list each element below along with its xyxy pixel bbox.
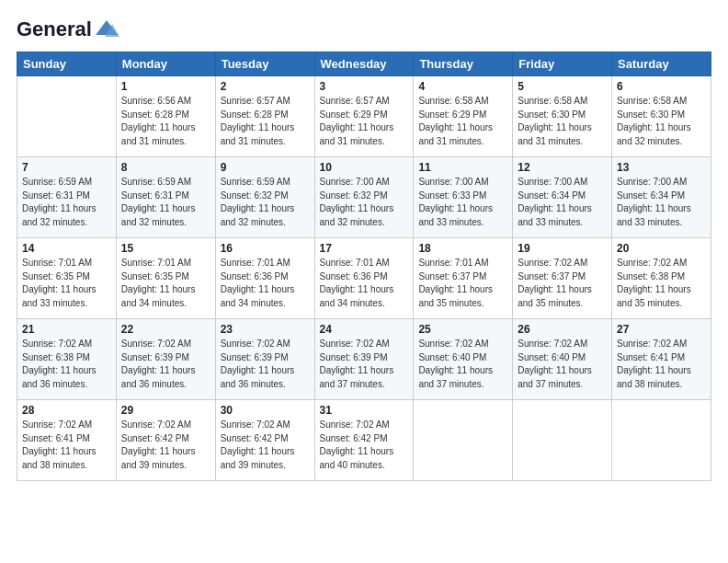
cell-info: Sunrise: 6:59 AMSunset: 6:31 PMDaylight:…: [121, 176, 210, 229]
day-number: 11: [418, 161, 507, 174]
cell-info: Sunrise: 6:57 AMSunset: 6:28 PMDaylight:…: [221, 95, 310, 148]
calendar-cell: 30Sunrise: 7:02 AMSunset: 6:42 PMDayligh…: [215, 400, 314, 481]
weekday-header-friday: Friday: [513, 52, 612, 76]
cell-info: Sunrise: 7:02 AMSunset: 6:39 PMDaylight:…: [121, 338, 210, 391]
cell-info: Sunrise: 7:01 AMSunset: 6:36 PMDaylight:…: [221, 257, 310, 310]
day-number: 24: [320, 323, 409, 336]
calendar-cell: [612, 400, 711, 481]
calendar-cell: 8Sunrise: 6:59 AMSunset: 6:31 PMDaylight…: [116, 157, 215, 238]
day-number: 6: [617, 80, 706, 93]
day-number: 3: [320, 80, 409, 93]
calendar-cell: 23Sunrise: 7:02 AMSunset: 6:39 PMDayligh…: [215, 319, 314, 400]
cell-info: Sunrise: 7:02 AMSunset: 6:40 PMDaylight:…: [418, 338, 507, 391]
cell-info: Sunrise: 7:02 AMSunset: 6:39 PMDaylight:…: [221, 338, 310, 391]
cell-info: Sunrise: 7:02 AMSunset: 6:41 PMDaylight:…: [22, 419, 111, 472]
calendar-cell: 15Sunrise: 7:01 AMSunset: 6:35 PMDayligh…: [116, 238, 215, 319]
calendar-cell: 21Sunrise: 7:02 AMSunset: 6:38 PMDayligh…: [17, 319, 117, 400]
cell-info: Sunrise: 7:02 AMSunset: 6:42 PMDaylight:…: [221, 419, 310, 472]
logo: General: [17, 17, 119, 42]
calendar-cell: 2Sunrise: 6:57 AMSunset: 6:28 PMDaylight…: [215, 76, 314, 157]
calendar-week-1: 1Sunrise: 6:56 AMSunset: 6:28 PMDaylight…: [17, 76, 711, 157]
day-number: 20: [617, 242, 706, 255]
calendar-cell: 18Sunrise: 7:01 AMSunset: 6:37 PMDayligh…: [414, 238, 513, 319]
day-number: 29: [121, 404, 210, 417]
calendar-cell: 28Sunrise: 7:02 AMSunset: 6:41 PMDayligh…: [17, 400, 117, 481]
day-number: 2: [221, 80, 310, 93]
cell-info: Sunrise: 7:01 AMSunset: 6:35 PMDaylight:…: [121, 257, 210, 310]
cell-info: Sunrise: 7:01 AMSunset: 6:37 PMDaylight:…: [418, 257, 507, 310]
cell-info: Sunrise: 7:02 AMSunset: 6:37 PMDaylight:…: [518, 257, 607, 310]
weekday-header-wednesday: Wednesday: [314, 52, 414, 76]
cell-info: Sunrise: 6:59 AMSunset: 6:32 PMDaylight:…: [221, 176, 310, 229]
day-number: 14: [22, 242, 111, 255]
calendar-cell: 11Sunrise: 7:00 AMSunset: 6:33 PMDayligh…: [414, 157, 513, 238]
page: General SundayMondayTuesdayWednesdayThur…: [0, 0, 728, 563]
weekday-header-monday: Monday: [116, 52, 215, 76]
calendar-cell: 17Sunrise: 7:01 AMSunset: 6:36 PMDayligh…: [314, 238, 414, 319]
day-number: 8: [121, 161, 210, 174]
weekday-header-tuesday: Tuesday: [215, 52, 314, 76]
calendar-cell: 5Sunrise: 6:58 AMSunset: 6:30 PMDaylight…: [513, 76, 612, 157]
logo-icon: [94, 17, 119, 42]
calendar-cell: 20Sunrise: 7:02 AMSunset: 6:38 PMDayligh…: [612, 238, 711, 319]
calendar-cell: 6Sunrise: 6:58 AMSunset: 6:30 PMDaylight…: [612, 76, 711, 157]
calendar-cell: 9Sunrise: 6:59 AMSunset: 6:32 PMDaylight…: [215, 157, 314, 238]
day-number: 7: [22, 161, 111, 174]
day-number: 10: [320, 161, 409, 174]
calendar-cell: 25Sunrise: 7:02 AMSunset: 6:40 PMDayligh…: [414, 319, 513, 400]
cell-info: Sunrise: 6:58 AMSunset: 6:30 PMDaylight:…: [518, 95, 607, 148]
cell-info: Sunrise: 7:01 AMSunset: 6:35 PMDaylight:…: [22, 257, 111, 310]
cell-info: Sunrise: 7:01 AMSunset: 6:36 PMDaylight:…: [320, 257, 409, 310]
calendar-cell: 29Sunrise: 7:02 AMSunset: 6:42 PMDayligh…: [116, 400, 215, 481]
day-number: 31: [320, 404, 409, 417]
day-number: 28: [22, 404, 111, 417]
calendar-week-4: 21Sunrise: 7:02 AMSunset: 6:38 PMDayligh…: [17, 319, 711, 400]
day-number: 30: [221, 404, 310, 417]
cell-info: Sunrise: 6:58 AMSunset: 6:30 PMDaylight:…: [617, 95, 706, 148]
calendar-week-2: 7Sunrise: 6:59 AMSunset: 6:31 PMDaylight…: [17, 157, 711, 238]
calendar-cell: 24Sunrise: 7:02 AMSunset: 6:39 PMDayligh…: [314, 319, 414, 400]
day-number: 23: [221, 323, 310, 336]
weekday-header-row: SundayMondayTuesdayWednesdayThursdayFrid…: [17, 52, 711, 76]
day-number: 26: [518, 323, 607, 336]
calendar-cell: [414, 400, 513, 481]
cell-info: Sunrise: 7:00 AMSunset: 6:34 PMDaylight:…: [617, 176, 706, 229]
cell-info: Sunrise: 6:59 AMSunset: 6:31 PMDaylight:…: [22, 176, 111, 229]
cell-info: Sunrise: 6:58 AMSunset: 6:29 PMDaylight:…: [418, 95, 507, 148]
calendar-cell: 13Sunrise: 7:00 AMSunset: 6:34 PMDayligh…: [612, 157, 711, 238]
calendar-cell: 1Sunrise: 6:56 AMSunset: 6:28 PMDaylight…: [116, 76, 215, 157]
calendar-cell: 14Sunrise: 7:01 AMSunset: 6:35 PMDayligh…: [17, 238, 117, 319]
weekday-header-sunday: Sunday: [17, 52, 117, 76]
header: General: [17, 17, 711, 42]
day-number: 17: [320, 242, 409, 255]
calendar-week-5: 28Sunrise: 7:02 AMSunset: 6:41 PMDayligh…: [17, 400, 711, 481]
logo-general-text: General: [17, 17, 92, 41]
day-number: 5: [518, 80, 607, 93]
calendar-cell: 27Sunrise: 7:02 AMSunset: 6:41 PMDayligh…: [612, 319, 711, 400]
day-number: 15: [121, 242, 210, 255]
day-number: 4: [418, 80, 507, 93]
calendar-cell: 10Sunrise: 7:00 AMSunset: 6:32 PMDayligh…: [314, 157, 414, 238]
calendar-table: SundayMondayTuesdayWednesdayThursdayFrid…: [17, 52, 711, 481]
cell-info: Sunrise: 7:02 AMSunset: 6:39 PMDaylight:…: [320, 338, 409, 391]
cell-info: Sunrise: 7:02 AMSunset: 6:42 PMDaylight:…: [320, 419, 409, 472]
calendar-cell: [513, 400, 612, 481]
calendar-cell: 7Sunrise: 6:59 AMSunset: 6:31 PMDaylight…: [17, 157, 117, 238]
day-number: 12: [518, 161, 607, 174]
cell-info: Sunrise: 6:56 AMSunset: 6:28 PMDaylight:…: [121, 95, 210, 148]
cell-info: Sunrise: 7:02 AMSunset: 6:40 PMDaylight:…: [518, 338, 607, 391]
day-number: 1: [121, 80, 210, 93]
calendar-cell: [17, 76, 117, 157]
calendar-week-3: 14Sunrise: 7:01 AMSunset: 6:35 PMDayligh…: [17, 238, 711, 319]
cell-info: Sunrise: 7:00 AMSunset: 6:34 PMDaylight:…: [518, 176, 607, 229]
cell-info: Sunrise: 7:00 AMSunset: 6:32 PMDaylight:…: [320, 176, 409, 229]
day-number: 16: [221, 242, 310, 255]
calendar-cell: 26Sunrise: 7:02 AMSunset: 6:40 PMDayligh…: [513, 319, 612, 400]
calendar-cell: 3Sunrise: 6:57 AMSunset: 6:29 PMDaylight…: [314, 76, 414, 157]
cell-info: Sunrise: 7:02 AMSunset: 6:38 PMDaylight:…: [22, 338, 111, 391]
day-number: 22: [121, 323, 210, 336]
calendar-cell: 12Sunrise: 7:00 AMSunset: 6:34 PMDayligh…: [513, 157, 612, 238]
cell-info: Sunrise: 7:02 AMSunset: 6:42 PMDaylight:…: [121, 419, 210, 472]
cell-info: Sunrise: 7:02 AMSunset: 6:38 PMDaylight:…: [617, 257, 706, 310]
day-number: 21: [22, 323, 111, 336]
